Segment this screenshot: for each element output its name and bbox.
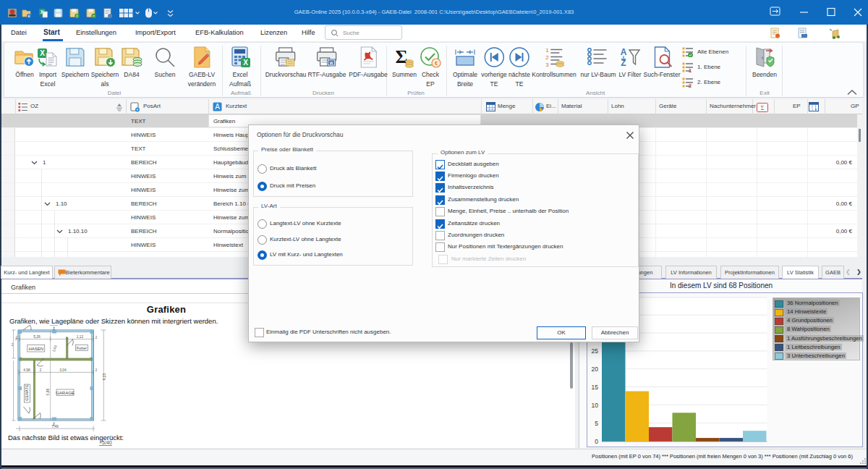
svg-text:20: 20: [592, 366, 599, 373]
svg-text:15: 15: [592, 384, 599, 391]
svg-text:HASEN: HASEN: [28, 347, 43, 351]
svg-text:0: 0: [595, 438, 598, 445]
svg-text:5: 5: [595, 420, 598, 427]
svg-text:X: X: [243, 59, 248, 67]
svg-text:2: 2: [689, 83, 692, 88]
svg-text:2: 2: [16, 336, 18, 339]
svg-text:1: 1: [689, 67, 692, 73]
svg-text:2: 2: [545, 54, 549, 61]
svg-text:4,98: 4,98: [23, 368, 30, 372]
svg-text:A: A: [621, 47, 627, 57]
svg-text:Σ: Σ: [760, 104, 764, 111]
svg-text:10: 10: [592, 402, 599, 409]
svg-text:GARAGE: GARAGE: [56, 391, 75, 395]
svg-text:X: X: [40, 49, 45, 57]
svg-text:25: 25: [592, 347, 599, 355]
svg-text:3: 3: [545, 62, 549, 68]
svg-text:Futter: Futter: [77, 346, 88, 350]
svg-text:Σ: Σ: [815, 107, 818, 112]
svg-text:1,12: 1,12: [77, 335, 84, 339]
svg-text:3,04: 3,04: [59, 368, 67, 372]
svg-text:5,26: 5,26: [33, 334, 41, 339]
svg-text:A: A: [215, 103, 220, 111]
svg-text:1: 1: [545, 47, 549, 54]
svg-text:W: W: [330, 61, 334, 65]
svg-text:5,86: 5,86: [46, 388, 50, 395]
svg-text:GERÄTE: GERÄTE: [25, 384, 29, 401]
svg-text:9,23: 9,23: [102, 373, 106, 380]
svg-text:2: 2: [95, 368, 98, 372]
svg-text:2: 2: [95, 336, 98, 339]
